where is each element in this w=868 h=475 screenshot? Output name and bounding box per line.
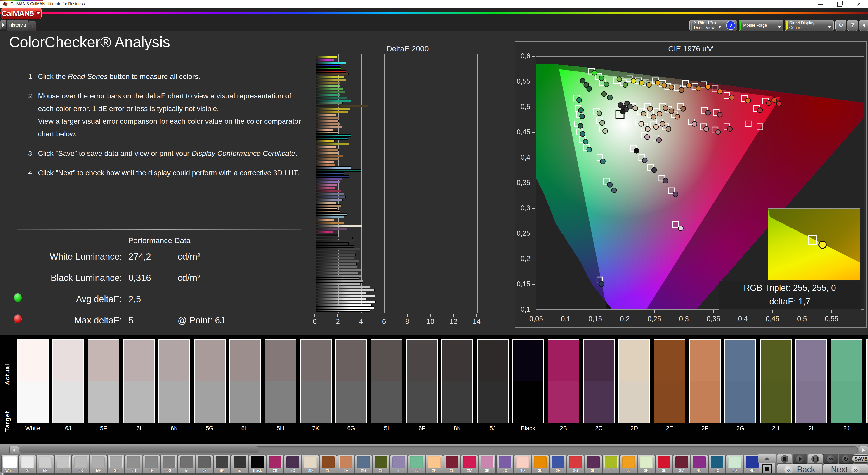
collapse-panel-button[interactable] [859,20,868,31]
swatch-3L[interactable]: 3L [655,455,673,474]
deltae-error-bar[interactable] [315,120,339,122]
swatch-3G[interactable]: 3G [567,455,584,474]
deltae-error-bar[interactable] [315,91,345,93]
deltae-error-bar[interactable] [315,193,344,195]
deltae-error-bar[interactable] [315,306,374,309]
comparator-patch-2C[interactable] [583,339,615,423]
deltae-error-bar[interactable] [315,190,341,192]
deltae-error-bar[interactable] [315,231,333,233]
deltae-error-bar[interactable] [315,207,338,210]
meter-dropdown[interactable]: X-Rite i1ProDirect View 3 [689,20,737,31]
deltae-error-bar[interactable] [315,251,355,253]
deltae-error-bar[interactable] [315,149,339,151]
stop-button[interactable] [777,454,792,464]
swatch-scroll-right-button[interactable] [859,446,868,454]
swatch-6F[interactable]: 6F [196,455,213,474]
display-control-dropdown[interactable]: Direct Display Control [785,20,834,31]
swatch-3H[interactable]: 3H [585,455,602,474]
deltae-error-bar[interactable] [315,131,338,134]
deltae-error-bar[interactable] [315,105,368,108]
deltae-error-bar[interactable] [315,242,348,245]
comparator-patch-6K[interactable] [158,339,190,423]
comparator-patch-5J[interactable] [477,339,508,423]
comparator-patch-5G[interactable] [194,339,225,423]
deltae-error-bar[interactable] [315,158,339,160]
comparator-patch-7K[interactable] [300,339,332,423]
deltae-error-bar[interactable] [315,225,362,227]
swatch-2B[interactable]: 2B [267,455,284,474]
deltae-error-bar[interactable] [315,175,349,178]
deltae-error-bar[interactable] [315,210,340,213]
comparator-patch-2I[interactable] [795,339,827,423]
swatch-3K[interactable]: 3K [638,455,655,474]
deltae-error-bar[interactable] [315,248,360,250]
deltae-error-bar[interactable] [315,228,347,230]
deltae-error-bar[interactable] [315,187,335,189]
deltae-error-bar[interactable] [315,108,350,110]
comparator-patch-6G[interactable] [336,339,367,423]
deltae-error-bar[interactable] [315,269,361,271]
swatch-3I[interactable]: 3I [602,455,620,474]
swatch-6H[interactable]: 6H [107,455,125,474]
swatch-6J[interactable]: 6J [19,455,36,474]
deltae-error-bar[interactable] [315,160,334,163]
deltae-error-bar[interactable] [315,254,355,256]
deltae-error-bar[interactable] [315,272,358,274]
comparator-patch-White[interactable] [17,339,49,423]
swatch-2H[interactable]: 2H [373,455,390,474]
deltae-error-bar[interactable] [315,146,336,148]
deltae-plot[interactable] [315,54,500,314]
deltae-error-bar[interactable] [315,94,340,96]
settings-button[interactable]: ⚙ [835,20,846,31]
deltae-error-bar[interactable] [315,237,352,239]
deltae-error-bar[interactable] [315,277,359,279]
comparator-patch-2J[interactable] [831,339,862,423]
deltae-error-bar[interactable] [315,216,344,218]
deltae-error-bar[interactable] [315,170,361,172]
deltae-error-bar[interactable] [315,111,348,113]
swatch-Black[interactable]: Black [249,455,266,474]
comparator-patch-Black[interactable] [512,339,544,423]
swatch-White[interactable]: White [1,455,19,474]
deltae-error-bar[interactable] [315,135,351,137]
deltae-error-bar[interactable] [315,240,354,242]
deltae-error-bar[interactable] [315,129,333,131]
swatch-7K[interactable]: 7K [143,455,160,474]
swatch-5F[interactable]: 5F [37,455,54,474]
deltae-error-bar[interactable] [315,73,348,75]
swatch-2K[interactable]: 2K [426,455,443,474]
deltae-error-bar[interactable] [315,219,334,221]
swatch-2C[interactable]: 2C [284,455,301,474]
deltae-error-bar[interactable] [315,102,343,105]
comparator-patch-6J[interactable] [53,339,84,423]
deltae-error-bar[interactable] [315,266,357,268]
deltae-error-bar[interactable] [315,222,344,224]
deltae-error-bar[interactable] [315,61,346,64]
swatch-3E[interactable]: 3E [532,455,549,474]
deltae-error-bar[interactable] [315,82,340,84]
swatch-2F[interactable]: 2F [337,455,354,474]
deltae-error-bar[interactable] [315,140,335,143]
deltae-error-bar[interactable] [315,85,340,87]
swatch-2J[interactable]: 2J [408,455,425,474]
deltae-error-bar[interactable] [315,181,340,183]
swatch-4B[interactable]: 4B [691,455,708,474]
comparator-patch-5I[interactable] [371,339,402,423]
deltae-error-bar[interactable] [315,234,338,236]
deltae-error-bar[interactable] [315,96,347,99]
swatch-4C[interactable]: 4C [708,455,725,474]
comparator-patch-2D[interactable] [618,339,650,423]
deltae-error-bar[interactable] [315,64,340,67]
minimize-button[interactable] [813,0,829,8]
deltae-error-bar[interactable] [315,301,376,303]
bottom-scrollbar[interactable] [0,473,868,475]
swatch-2M[interactable]: 2M [461,455,478,474]
swatch-2G[interactable]: 2G [355,455,372,474]
comparator-patch-2B[interactable] [548,339,579,423]
deltae-error-bar[interactable] [315,245,354,248]
swatch-5H[interactable]: 5H [125,455,142,474]
close-button[interactable]: × [851,0,867,8]
deltae-error-bar[interactable] [315,167,351,169]
deltae-error-bar[interactable] [315,178,342,180]
deltae-error-bar[interactable] [315,213,347,215]
